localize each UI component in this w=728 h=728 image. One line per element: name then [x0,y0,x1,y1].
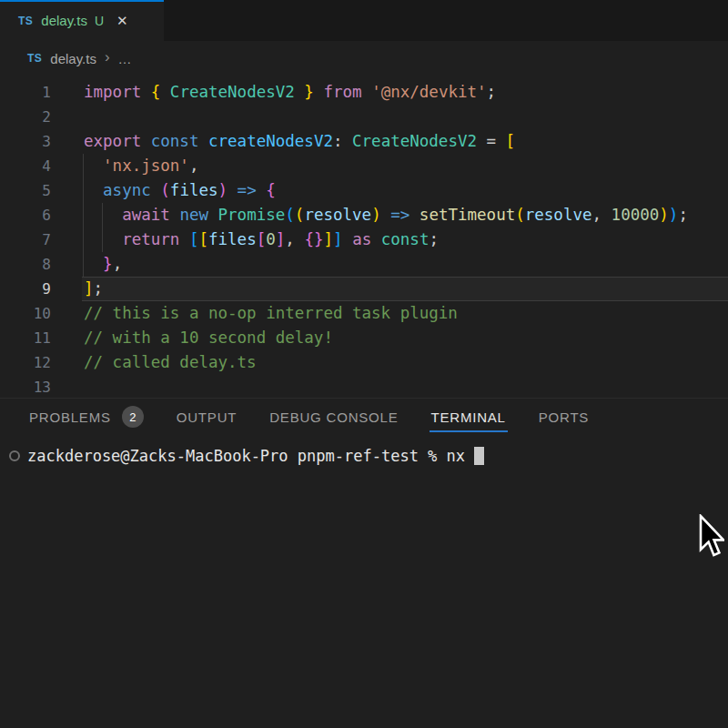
tab-strip: TS delay.ts U ✕ [0,0,728,41]
tab-terminal[interactable]: TERMINAL [431,399,506,435]
line-number: 8 [0,252,51,277]
code-line[interactable]: 3export const createNodesV2: CreateNodes… [0,129,728,154]
breadcrumb-ellipsis[interactable]: … [118,51,132,66]
active-tab-indicator [0,0,164,2]
tab-output-label: OUTPUT [177,410,237,425]
code-text: // this is a no-op interred task plugin [84,301,458,326]
code-line[interactable]: 6 await new Promise((resolve) => setTime… [0,203,728,228]
line-number: 10 [0,301,51,326]
code-line[interactable]: 12// called delay.ts [0,350,728,375]
tab-ports-label: PORTS [539,410,589,425]
line-number: 5 [0,178,51,203]
tab-debug-console-label: DEBUG CONSOLE [269,410,398,425]
editor-tab-delay-ts[interactable]: TS delay.ts U ✕ [0,0,164,41]
tab-output[interactable]: OUTPUT [177,399,237,435]
mouse-pointer-icon [699,514,724,563]
chevron-right-icon: › [105,48,110,66]
tab-problems[interactable]: PROBLEMS 2 [29,399,144,435]
tab-debug-console[interactable]: DEBUG CONSOLE [269,399,398,435]
line-number: 13 [0,375,51,398]
code-text: await new Promise((resolve) => setTimeou… [84,203,688,228]
code-line[interactable]: 7 return [[files[0], {}]] as const; [0,228,728,252]
code-line[interactable]: 2 [0,105,728,129]
code-editor[interactable]: 1import { CreateNodesV2 } from '@nx/devk… [0,76,728,398]
line-number: 9 [0,277,51,301]
code-lines: 1import { CreateNodesV2 } from '@nx/devk… [0,80,728,398]
code-text: // called delay.ts [84,350,257,375]
close-icon[interactable]: ✕ [116,13,128,29]
terminal-prompt: zackderose@Zacks-MacBook-Pro pnpm-ref-te… [27,446,465,466]
line-number: 4 [0,154,51,178]
code-text: export const createNodesV2: CreateNodesV… [84,129,515,154]
code-text: return [[files[0], {}]] as const; [84,228,439,252]
code-line[interactable]: 4 'nx.json', [0,154,728,178]
code-text: async (files) => { [84,178,276,203]
terminal[interactable]: zackderose@Zacks-MacBook-Pro pnpm-ref-te… [0,435,728,466]
line-number: 1 [0,80,51,105]
code-text: }, [84,252,122,277]
code-line[interactable]: 10// this is a no-op interred task plugi… [0,301,728,326]
code-line[interactable]: 5 async (files) => { [0,178,728,203]
line-number: 11 [0,326,51,350]
code-line[interactable]: 1import { CreateNodesV2 } from '@nx/devk… [0,80,728,105]
panel-tab-bar: PROBLEMS 2 OUTPUT DEBUG CONSOLE TERMINAL… [0,399,728,435]
line-number: 7 [0,228,51,252]
tab-problems-label: PROBLEMS [29,410,111,425]
typescript-file-icon: TS [27,52,42,65]
line-number: 12 [0,350,51,375]
command-decoration-icon [9,450,20,461]
bottom-panel: PROBLEMS 2 OUTPUT DEBUG CONSOLE TERMINAL… [0,398,728,728]
code-text: // with a 10 second delay! [84,326,333,350]
terminal-cursor [474,447,484,465]
tab-ports[interactable]: PORTS [539,399,589,435]
code-line[interactable]: 13 [0,375,728,398]
code-text: import { CreateNodesV2 } from '@nx/devki… [84,80,496,105]
line-number: 2 [0,105,51,129]
breadcrumb: TS delay.ts › … [0,41,728,76]
code-line[interactable]: 8 }, [0,252,728,277]
code-line[interactable]: 11// with a 10 second delay! [0,326,728,350]
line-number: 3 [0,129,51,154]
typescript-file-icon: TS [18,15,33,27]
line-number: 6 [0,203,51,228]
code-text: ]; [84,277,103,301]
problems-count-badge: 2 [122,406,144,428]
tab-terminal-label: TERMINAL [431,410,506,425]
git-untracked-badge: U [95,14,104,28]
tab-filename: delay.ts [41,13,87,28]
code-text: 'nx.json', [84,154,198,178]
breadcrumb-filename[interactable]: delay.ts [50,51,96,66]
code-line[interactable]: 9]; [0,277,728,301]
